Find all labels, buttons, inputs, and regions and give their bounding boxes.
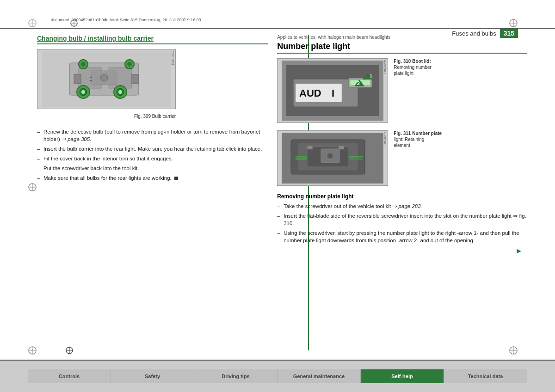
bullet-3: Fit the cover back in the interior trim … xyxy=(37,155,268,162)
figure-309-row: E8K-0517 xyxy=(37,49,268,124)
svg-rect-33 xyxy=(132,74,139,84)
nav-item-technical-data[interactable]: Technical data xyxy=(444,369,527,383)
right-bullet-1: Take the screwdriver out of the vehicle … xyxy=(277,202,527,210)
right-bullet-2: Insert the flat-blade side of the revers… xyxy=(277,212,527,227)
svg-text:I: I xyxy=(332,87,334,99)
svg-text:AUD: AUD xyxy=(299,87,321,99)
boot-lid-illustration: AUD I 1 2 xyxy=(282,61,383,121)
bulb-carrier-illustration xyxy=(42,51,171,107)
right-column: Applies to vehicles: with halogen main b… xyxy=(277,35,527,350)
bottom-nav: Controls Safety Driving tips General mai… xyxy=(0,361,555,392)
crosshair-top-right xyxy=(509,18,518,28)
svg-point-43 xyxy=(127,62,132,67)
nav-item-self-help[interactable]: Self-help xyxy=(361,369,444,383)
applies-text: Applies to vehicles: with halogen main b… xyxy=(277,35,527,40)
crosshair-bottom-left xyxy=(28,346,37,355)
figure-310-row: E8K-0296 AUD I xyxy=(277,58,527,127)
retaining-illustration xyxy=(282,133,383,184)
svg-rect-68 xyxy=(307,146,313,149)
bullet-2: Insert the bulb carrier into the rear li… xyxy=(37,145,268,153)
svg-text:2: 2 xyxy=(357,80,360,86)
continue-arrow: ► xyxy=(277,247,527,255)
end-square xyxy=(174,177,178,180)
fig-id-311: E8K-0297 xyxy=(382,131,388,147)
content-area: Changing bulb / installing bulb carrier … xyxy=(37,35,518,350)
figure-310-box: E8K-0296 AUD I xyxy=(277,58,388,123)
bullet-4: Put the screwdriver back into the tool k… xyxy=(37,165,268,172)
nav-item-safety[interactable]: Safety xyxy=(111,369,194,383)
arrow-right-icon: ► xyxy=(515,247,523,255)
svg-rect-32 xyxy=(74,74,81,84)
nav-item-general-maintenance[interactable]: General maintenance xyxy=(278,369,361,383)
crosshair-top-left2 xyxy=(69,18,79,28)
nav-items: Controls Safety Driving tips General mai… xyxy=(28,369,527,383)
bullet-5: Make sure that all bulbs for the rear li… xyxy=(37,174,268,182)
svg-point-47 xyxy=(100,74,108,81)
svg-text:1: 1 xyxy=(370,74,372,79)
nav-item-driving-tips[interactable]: Driving tips xyxy=(194,369,278,383)
svg-point-41 xyxy=(81,62,86,67)
svg-point-36 xyxy=(81,90,85,94)
fig-309-caption: Fig. 309 Bulb carrier xyxy=(37,114,176,119)
nav-item-controls[interactable]: Controls xyxy=(28,369,111,383)
fig-311-caption: Fig. 311 Number plate light: Retaining e… xyxy=(394,130,442,148)
figure-311-box: E8K-0297 xyxy=(277,130,388,186)
left-bullet-list: Renew the defective bulb (pull to remove… xyxy=(37,128,268,182)
svg-rect-69 xyxy=(339,146,344,149)
figure-311-row: E8K-0297 xyxy=(277,130,527,190)
left-column: Changing bulb / installing bulb carrier … xyxy=(37,35,268,350)
right-section-title: Number plate light xyxy=(277,42,527,54)
subsection-heading: Removing number plate light xyxy=(277,193,527,200)
crosshair-mid-left xyxy=(28,183,37,192)
bullet-1: Renew the defective bulb (pull to remove… xyxy=(37,128,268,143)
svg-point-72 xyxy=(328,154,332,158)
fig-id-309: E8K-0517 xyxy=(170,49,175,66)
fig-310-caption: Fig. 310 Boot lid: Removing number plate… xyxy=(394,58,432,76)
fig-id-310: E8K-0296 xyxy=(382,59,388,75)
left-section-title: Changing bulb / installing bulb carrier xyxy=(37,35,268,44)
right-bullet-3: Using the screwdriver, start by pressing… xyxy=(277,229,527,244)
figure-309-box: E8K-0517 xyxy=(37,49,176,109)
crosshair-top-left xyxy=(28,18,37,28)
svg-point-39 xyxy=(118,90,122,94)
right-bullet-list: Take the screwdriver out of the vehicle … xyxy=(277,202,527,244)
